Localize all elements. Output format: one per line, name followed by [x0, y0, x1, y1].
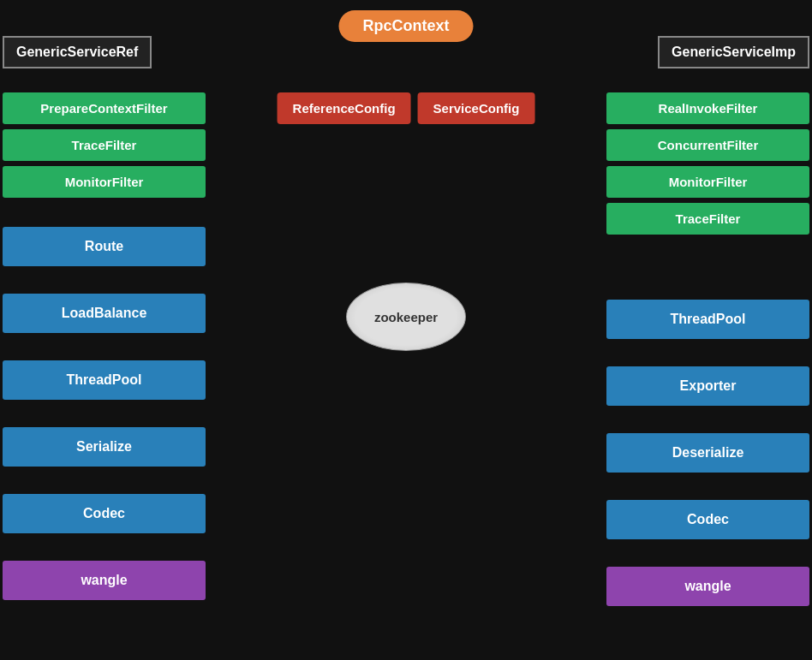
service-config-box: ServiceConfig [418, 92, 535, 124]
right-threadpool-box: ThreadPool [606, 300, 809, 339]
left-filter-monitor: MonitorFilter [3, 166, 206, 198]
reference-config-box: ReferenceConfig [278, 92, 411, 124]
right-deserialize-box: Deserialize [606, 433, 809, 473]
left-filter-trace: TraceFilter [3, 129, 206, 161]
right-header-box: GenericServiceImp [658, 36, 809, 68]
right-filter-trace: TraceFilter [606, 203, 809, 235]
left-threadpool-box: ThreadPool [3, 360, 206, 400]
right-filters: RealInvokeFilter ConcurrentFilter Monito… [606, 92, 809, 235]
right-filter-monitor: MonitorFilter [606, 166, 809, 198]
left-codec-box: Codec [3, 494, 206, 533]
left-route-box: Route [3, 227, 206, 266]
right-exporter-box: Exporter [606, 366, 809, 406]
right-codec-box: Codec [606, 500, 809, 539]
left-filter-prepare: PrepareContextFilter [3, 92, 206, 124]
left-blue-boxes: Route LoadBalance ThreadPool Serialize C… [3, 227, 206, 600]
right-filter-concurrent: ConcurrentFilter [606, 129, 809, 161]
rpc-context-box: RpcContext [338, 10, 473, 42]
right-filter-realinvoke: RealInvokeFilter [606, 92, 809, 124]
diagram-container: RpcContext GenericServiceRef GenericServ… [0, 0, 812, 660]
left-filters: PrepareContextFilter TraceFilter Monitor… [3, 92, 206, 198]
left-serialize-box: Serialize [3, 427, 206, 467]
right-wangle-box: wangle [606, 567, 809, 606]
left-header-box: GenericServiceRef [3, 36, 152, 68]
left-wangle-box: wangle [3, 561, 206, 600]
right-blue-boxes: ThreadPool Exporter Deserialize Codec wa… [606, 300, 809, 606]
zookeeper-ellipse: zookeeper [346, 282, 466, 351]
center-configs: ReferenceConfig ServiceConfig [278, 92, 535, 124]
left-loadbalance-box: LoadBalance [3, 294, 206, 333]
